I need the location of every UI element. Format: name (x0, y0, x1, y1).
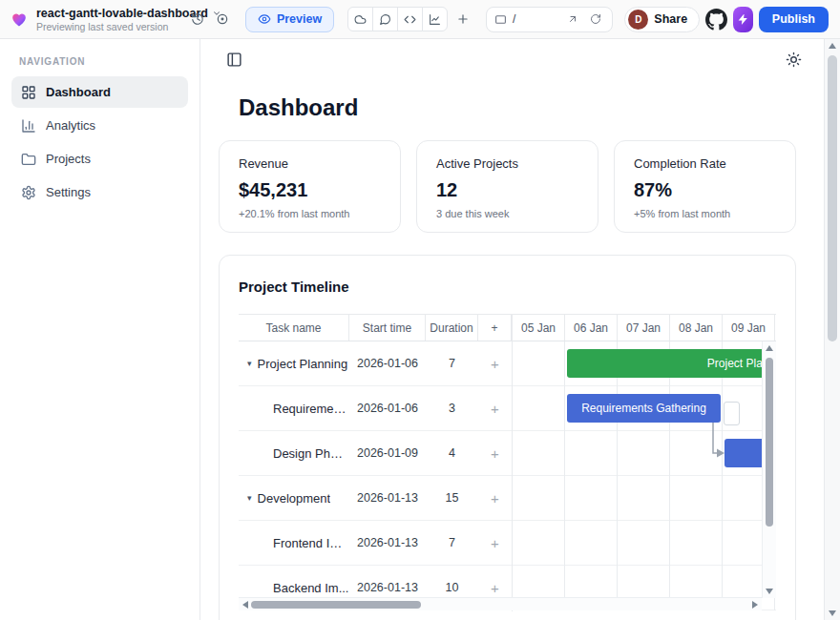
add-subtask-button[interactable]: + (478, 521, 512, 565)
add-column-button[interactable]: + (478, 315, 512, 341)
gantt-task-row[interactable]: ▾Development2026-01-1315+ (239, 476, 512, 521)
task-name-cell[interactable]: ▾Project Planning (239, 341, 349, 385)
eye-icon (258, 12, 271, 26)
lovable-logo-icon[interactable] (10, 10, 29, 29)
gantt-chart-body: Project PlanningRequirements GatheringDe… (513, 341, 776, 610)
gantt-task-bar[interactable]: Requirements Gathering (567, 394, 721, 423)
horizontal-scrollbar-thumb[interactable] (251, 601, 421, 609)
task-name: Backend Im... (273, 581, 348, 595)
vertical-scrollbar-thumb[interactable] (766, 358, 773, 527)
task-start-cell: 2026-01-13 (349, 521, 426, 565)
history-button[interactable] (188, 7, 207, 31)
project-name: react-gantt-lovable-dashboard (36, 7, 208, 20)
gantt-timeline-area: 05 Jan06 Jan07 Jan08 Jan09 Jan Project P… (512, 315, 776, 611)
column-header-start[interactable]: Start time (349, 315, 426, 341)
add-subtask-button[interactable]: + (478, 476, 512, 520)
project-subtitle: Previewing last saved version (36, 21, 178, 32)
collapse-toggle-icon[interactable]: ▾ (247, 493, 252, 503)
preview-pane: Dashboard Revenue$45,231+20.1% from last… (200, 39, 840, 620)
chart-button[interactable] (422, 7, 448, 31)
gantt-task-grid: Task name Start time Duration + ▾Project… (239, 315, 512, 610)
preview-label: Preview (277, 12, 322, 26)
sidebar: NAVIGATION DashboardAnalyticsProjectsSet… (0, 39, 200, 620)
chat-button[interactable] (372, 7, 398, 31)
stat-value: 87% (634, 179, 776, 201)
task-name-cell[interactable]: Frontend Im... (239, 521, 349, 565)
sidebar-toggle-button[interactable] (221, 47, 246, 72)
gantt-task-row[interactable]: Design Phase2026-01-094+ (239, 431, 512, 476)
add-subtask-button[interactable]: + (478, 386, 512, 430)
stat-cards: Revenue$45,231+20.1% from last monthActi… (219, 140, 796, 233)
gantt-bar-label: Requirements Gathering (581, 402, 706, 415)
gantt-task-row[interactable]: Requiremen...2026-01-063+ (239, 386, 512, 431)
upgrade-button[interactable] (733, 7, 753, 32)
collapse-toggle-icon[interactable]: ▾ (247, 359, 252, 368)
preview-button[interactable]: Preview (245, 7, 334, 32)
task-duration-cell: 4 (426, 431, 478, 475)
task-name-cell[interactable]: ▾Development (239, 476, 349, 520)
gantt-vertical-scrollbar[interactable] (762, 341, 776, 598)
nav-section-label: NAVIGATION (19, 56, 180, 67)
add-subtask-button[interactable]: + (478, 341, 512, 385)
sidebar-nav: DashboardAnalyticsProjectsSettings (11, 76, 188, 208)
task-name: Design Phase (273, 446, 349, 461)
task-start-cell: 2026-01-06 (349, 341, 426, 385)
stat-card: Revenue$45,231+20.1% from last month (219, 140, 401, 233)
open-external-button[interactable] (564, 10, 581, 28)
url-path[interactable]: / (513, 12, 558, 26)
url-bar[interactable]: / (486, 7, 613, 32)
bar-link-handle[interactable] (724, 402, 740, 425)
sidebar-item-dashboard[interactable]: Dashboard (11, 76, 188, 108)
github-button[interactable] (705, 7, 727, 31)
publish-button[interactable]: Publish (759, 7, 829, 32)
page-scroll-up-icon[interactable] (829, 43, 836, 49)
column-header-task[interactable]: Task name (239, 315, 349, 341)
task-name: Frontend Im... (273, 536, 349, 550)
page-scrollbar[interactable] (824, 39, 840, 620)
gantt-summary-bar[interactable]: Project Planning (567, 349, 776, 378)
stat-subtext: +5% from last month (634, 208, 776, 219)
page-scroll-down-icon[interactable] (829, 610, 836, 616)
scroll-up-arrow-icon[interactable] (766, 345, 773, 351)
gantt-task-row[interactable]: ▾Project Planning2026-01-067+ (239, 341, 512, 386)
stat-card: Active Projects123 due this week (416, 140, 598, 233)
window-icon (494, 13, 507, 26)
stat-subtext: 3 due this week (436, 208, 578, 219)
task-duration-cell: 3 (426, 386, 478, 430)
stat-card: Completion Rate87%+5% from last month (614, 140, 796, 233)
lightning-icon (737, 13, 749, 26)
theme-toggle-button[interactable] (781, 47, 806, 72)
task-duration-cell: 7 (426, 341, 478, 385)
date-column-header: 07 Jan (618, 315, 670, 341)
column-header-duration[interactable]: Duration (426, 315, 478, 341)
sun-icon (786, 52, 802, 68)
date-column-header: 08 Jan (670, 315, 723, 341)
gantt-horizontal-scrollbar[interactable] (239, 597, 762, 610)
refresh-button[interactable] (587, 10, 604, 28)
panel-left-icon (226, 52, 242, 68)
project-switcher[interactable]: react-gantt-lovable-dashboard Previewing… (36, 7, 178, 32)
cloud-button[interactable] (347, 7, 373, 31)
scroll-down-arrow-icon[interactable] (766, 589, 773, 594)
add-tab-button[interactable] (453, 7, 472, 31)
sidebar-item-label: Analytics (46, 118, 95, 133)
grid-icon (21, 85, 36, 100)
focus-button[interactable] (213, 7, 232, 31)
sidebar-item-analytics[interactable]: Analytics (11, 110, 188, 141)
scroll-right-arrow-icon[interactable] (752, 601, 758, 609)
scroll-left-arrow-icon[interactable] (242, 601, 248, 609)
add-subtask-button[interactable]: + (478, 431, 512, 475)
code-button[interactable] (397, 7, 423, 31)
page-scrollbar-thumb[interactable] (828, 55, 837, 341)
gear-icon (21, 185, 36, 200)
task-name-cell[interactable]: Design Phase (239, 431, 349, 475)
gantt-task-row[interactable]: Frontend Im...2026-01-137+ (239, 521, 512, 566)
app-header: react-gantt-lovable-dashboard Previewing… (0, 0, 840, 39)
sidebar-item-projects[interactable]: Projects (11, 143, 188, 175)
share-button[interactable]: D Share (624, 7, 700, 32)
sidebar-item-settings[interactable]: Settings (11, 176, 188, 208)
task-start-cell: 2026-01-13 (349, 476, 426, 520)
task-duration-cell: 15 (426, 476, 478, 520)
task-name-cell[interactable]: Requiremen... (239, 386, 349, 430)
date-column-header: 06 Jan (565, 315, 618, 341)
